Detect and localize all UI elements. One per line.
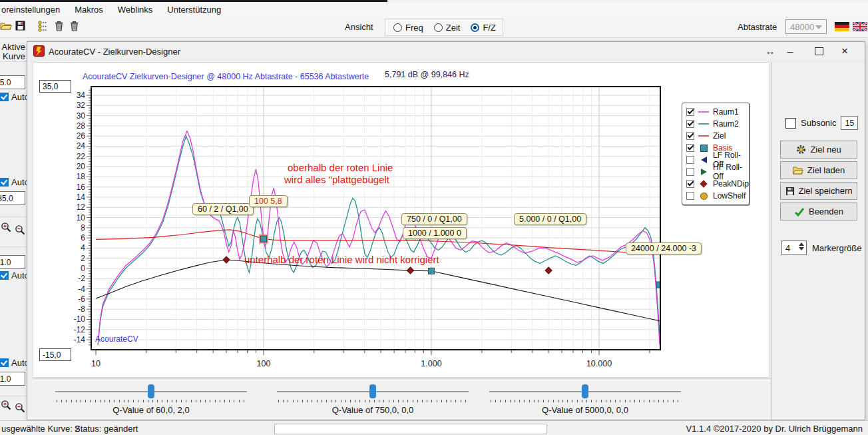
ziel-laden-label: Ziel laden bbox=[807, 165, 845, 175]
spin-down-icon[interactable] bbox=[799, 247, 804, 250]
peakndip-marker[interactable] bbox=[545, 267, 552, 274]
chevron-down-icon bbox=[815, 25, 822, 29]
auto-checkbox-row: Auto bbox=[0, 270, 27, 280]
menu-bar: oreinstellungen Makros Weblinks Unterstü… bbox=[0, 2, 868, 17]
curve-value-input[interactable]: 35.0 bbox=[0, 191, 25, 205]
slider-thumb[interactable] bbox=[148, 384, 154, 398]
axis-label: 4 bbox=[81, 243, 85, 252]
radio-freq[interactable]: Freq bbox=[393, 23, 423, 33]
radio-fz[interactable]: F/Z bbox=[471, 23, 496, 33]
axis-label: 14 bbox=[77, 193, 86, 202]
subsonic-value-input[interactable]: 15 bbox=[841, 116, 858, 130]
curve-value-input[interactable]: 5.0 bbox=[0, 75, 25, 89]
auto-label: Auto bbox=[11, 358, 27, 368]
legend-item-ziel: Ziel bbox=[686, 131, 745, 141]
radio-fz-circle[interactable] bbox=[471, 23, 479, 32]
auto-checkbox[interactable] bbox=[0, 178, 9, 187]
check-icon bbox=[688, 108, 694, 115]
ziel-laden-button[interactable]: Ziel laden bbox=[780, 161, 857, 179]
spinner-arrows[interactable] bbox=[799, 242, 804, 250]
ziel-speichern-button[interactable]: Ziel speichern bbox=[780, 182, 857, 200]
beenden-button[interactable]: Beenden bbox=[780, 203, 857, 220]
trash-icon[interactable] bbox=[53, 20, 65, 32]
open-folder-icon[interactable] bbox=[0, 20, 12, 32]
plot-area[interactable]: 3432302826242220181614121086420-2-4-6-8-… bbox=[71, 80, 664, 380]
legend-checkbox[interactable] bbox=[686, 168, 694, 176]
resize-horizontal-icon[interactable]: ↔ bbox=[762, 44, 778, 59]
marker-size-spinner[interactable]: 4 bbox=[781, 240, 807, 255]
axis-label: 34 bbox=[77, 91, 86, 100]
zoom-in-icon[interactable] bbox=[1, 400, 12, 411]
y-min-input[interactable]: -15,0 bbox=[39, 348, 71, 361]
menu-item-makros[interactable]: Makros bbox=[75, 5, 103, 15]
slider-thumb[interactable] bbox=[369, 384, 376, 398]
save-icon bbox=[785, 187, 795, 196]
radio-zeit-circle[interactable] bbox=[434, 23, 443, 32]
plot-overlay: 60 / 2 / Q1,00100 5,8750 / 0 / Q1,001000… bbox=[91, 87, 92, 87]
dialog-title-bar[interactable]: AcourateCV - Zielkurven-Designer ↔ – × bbox=[27, 42, 865, 61]
abtastrate-label: Abtastrate bbox=[738, 22, 777, 32]
peakndip-marker[interactable] bbox=[223, 256, 230, 263]
marker-tooltip: 60 / 2 / Q1,00 bbox=[192, 203, 254, 215]
spin-up-icon[interactable] bbox=[799, 242, 804, 246]
basis-marker[interactable] bbox=[429, 268, 435, 274]
macro-list-icon[interactable] bbox=[37, 20, 49, 32]
radio-freq-circle[interactable] bbox=[393, 23, 402, 32]
curve-value-input[interactable]: 1.0 bbox=[0, 255, 25, 269]
menu-item-unterstuetzung[interactable]: Unterstützung bbox=[167, 5, 221, 15]
divider bbox=[0, 396, 27, 396]
legend-checkbox[interactable] bbox=[686, 144, 694, 152]
zoom-in-icon[interactable] bbox=[1, 222, 12, 233]
slider-thumb[interactable] bbox=[582, 384, 588, 398]
legend-checkbox[interactable] bbox=[686, 192, 694, 200]
abtastrate-value: 48000 bbox=[790, 22, 814, 32]
tri-right-symbol-icon bbox=[698, 169, 710, 175]
axis-label: -2 bbox=[78, 274, 85, 283]
zoom-out-icon[interactable] bbox=[15, 402, 26, 414]
legend-label: LowShelf bbox=[713, 191, 746, 201]
ziel-neu-button[interactable]: Ziel neu bbox=[780, 141, 857, 159]
auto-checkbox[interactable] bbox=[0, 358, 9, 367]
legend-checkbox[interactable] bbox=[686, 132, 694, 140]
legend-checkbox[interactable] bbox=[686, 180, 694, 188]
check-icon bbox=[688, 144, 694, 151]
auto-checkbox[interactable] bbox=[0, 93, 9, 101]
close-icon[interactable]: × bbox=[837, 44, 853, 59]
subsonic-checkbox[interactable] bbox=[785, 118, 796, 129]
y-max-input[interactable]: 35,0 bbox=[39, 80, 71, 93]
active-curve-tab-line1: Aktive bbox=[2, 43, 25, 52]
axis-label: -8 bbox=[78, 304, 85, 314]
plot-svg[interactable]: 3432302826242220181614121086420-2-4-6-8-… bbox=[71, 80, 664, 378]
zoom-out-icon[interactable] bbox=[15, 224, 26, 236]
chart-annotation: unterhalb der roten Linie wird nicht kor… bbox=[244, 254, 439, 265]
menu-item-voreinstellungen[interactable]: oreinstellungen bbox=[1, 5, 60, 15]
menu-item-weblinks[interactable]: Weblinks bbox=[118, 5, 153, 15]
minimize-icon[interactable]: – bbox=[782, 44, 798, 59]
marker-tooltip: 750 / 0 / Q1,00 bbox=[401, 213, 467, 225]
radio-zeit[interactable]: Zeit bbox=[434, 23, 461, 33]
legend-checkbox[interactable] bbox=[686, 156, 694, 164]
legend-checkbox[interactable] bbox=[686, 108, 694, 116]
series-ziel bbox=[96, 230, 660, 254]
chart-panel: 35,0 -15,0 AcourateCV Zielkurven-Designe… bbox=[33, 62, 769, 378]
trash-all-icon[interactable] bbox=[69, 20, 81, 32]
abtastrate-combo[interactable]: 48000 bbox=[785, 19, 827, 34]
legend-label: HF Roll-Off bbox=[713, 163, 745, 181]
auto-checkbox[interactable] bbox=[0, 271, 9, 280]
marker-tooltip: 24000 / 24.000 -3 bbox=[626, 242, 702, 254]
active-curve-tab[interactable]: Aktive Kurve bbox=[2, 43, 25, 61]
gear-icon bbox=[796, 145, 806, 155]
curve-value-input[interactable]: 1.0 bbox=[0, 372, 25, 386]
axis-label: 1.000 bbox=[421, 359, 441, 368]
basis-marker[interactable] bbox=[261, 236, 267, 242]
legend-checkbox[interactable] bbox=[686, 120, 694, 128]
maximize-icon[interactable] bbox=[815, 47, 823, 55]
uk-flag-icon[interactable] bbox=[853, 22, 867, 31]
german-flag-icon[interactable] bbox=[835, 22, 849, 31]
active-curve-tab-line2: Kurve bbox=[2, 52, 25, 61]
legend-label: PeakNDip bbox=[713, 179, 749, 189]
peakndip-marker[interactable] bbox=[407, 267, 413, 274]
chart-watermark: AcourateCV bbox=[95, 334, 138, 344]
save-icon[interactable] bbox=[15, 20, 27, 32]
axis-label: 16 bbox=[77, 183, 86, 192]
